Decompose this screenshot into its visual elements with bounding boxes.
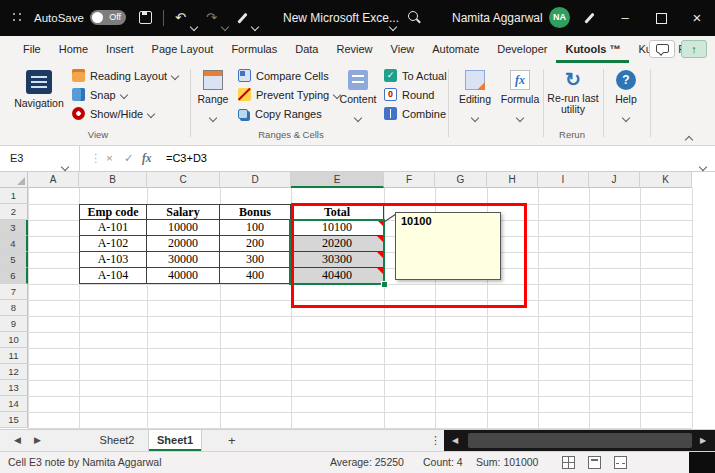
save-icon[interactable] [139,11,152,24]
next-sheet-icon[interactable]: ▶ [34,430,41,451]
horizontal-scrollbar-thumb[interactable] [468,433,692,448]
round-button[interactable]: Round [384,85,447,104]
undo-button[interactable]: ↶ [175,0,186,36]
row-header-14[interactable]: 14 [0,396,28,412]
rerun-last-utility-button[interactable]: ↻ Re-run last utility [546,65,600,127]
scroll-left-icon[interactable]: ◀ [452,430,458,451]
row-header-5[interactable]: 5 [0,252,28,268]
minimize-button[interactable]: – [607,0,643,36]
tab-developer[interactable]: Developer [488,36,556,63]
horizontal-scrollbar[interactable]: ◀ ▶ [444,430,715,451]
tab-home[interactable]: Home [50,36,97,63]
autosave-toggle[interactable]: Off [90,10,126,25]
row-header-7[interactable]: 7 [0,284,28,300]
row-header-1[interactable]: 1 [0,188,28,204]
content-button[interactable]: Content [334,65,382,127]
copy-ranges-button[interactable]: Copy Ranges [238,104,340,123]
row-header-13[interactable]: 13 [0,380,28,396]
tab-data[interactable]: Data [286,36,327,63]
cell-D3[interactable]: 100 [220,220,291,236]
previous-sheet-icon[interactable]: ◀ [14,430,21,451]
cell-B5[interactable]: A-103 [79,252,147,268]
column-header-G[interactable]: G [435,172,487,188]
column-header-H[interactable]: H [487,172,538,188]
combine-button[interactable]: Combine [384,104,447,123]
column-header-F[interactable]: F [384,172,435,188]
cell-D6[interactable]: 400 [220,268,291,284]
insert-function-icon[interactable]: fx [142,146,152,171]
cell-C5[interactable]: 30000 [147,252,220,268]
cell-E4[interactable]: 20200 [291,236,384,252]
tab-file[interactable]: File [14,36,50,63]
cell-D2[interactable]: Bonus [220,204,291,220]
tab-formulas[interactable]: Formulas [222,36,286,63]
formula-button[interactable]: fx Formula [498,65,542,127]
cell-E2[interactable]: Total [291,204,384,220]
row-header-2[interactable]: 2 [0,204,28,220]
navigation-button[interactable]: Navigation [8,65,70,127]
show-hide-button[interactable]: Show/Hide [72,104,178,123]
cell-B2[interactable]: Emp code [79,204,147,220]
sheet-tab-sheet2[interactable]: Sheet2 [86,430,148,451]
undo-menu-chevron-icon[interactable] [191,16,197,34]
row-header-8[interactable]: 8 [0,300,28,316]
title-menu-chevron-icon[interactable] [390,16,396,34]
tab-view[interactable]: View [382,36,424,63]
cell-E5[interactable]: 30300 [291,252,384,268]
tab-page-layout[interactable]: Page Layout [143,36,223,63]
column-header-C[interactable]: C [147,172,220,188]
redo-menu-chevron-icon[interactable] [222,16,228,34]
prevent-typing-button[interactable]: Prevent Typing [238,85,340,104]
name-box[interactable]: E3 [0,146,80,171]
cancel-formula-icon[interactable]: × [106,146,113,171]
normal-view-button[interactable] [562,456,575,469]
column-header-A[interactable]: A [28,172,79,188]
app-launcher-icon[interactable] [11,11,25,25]
column-header-I[interactable]: I [538,172,589,188]
reading-layout-button[interactable]: Reading Layout [72,66,178,85]
avatar[interactable]: NA [549,7,570,28]
column-header-B[interactable]: B [79,172,147,188]
cell-B6[interactable]: A-104 [79,268,147,284]
editing-button[interactable]: Editing [452,65,498,127]
sheet-tab-sheet1[interactable]: Sheet1 [148,430,202,451]
row-header-9[interactable]: 9 [0,316,28,332]
row-header-3[interactable]: 3 [0,220,28,236]
column-header-J[interactable]: J [589,172,640,188]
user-name[interactable]: Namita Aggarwal [452,0,543,36]
cell-B4[interactable]: A-102 [79,236,147,252]
new-sheet-button[interactable]: + [228,430,236,451]
cell-C3[interactable]: 10000 [147,220,220,236]
redo-button[interactable]: ↷ [206,0,217,36]
tab-review[interactable]: Review [327,36,381,63]
row-header-10[interactable]: 10 [0,332,28,348]
formula-input[interactable]: =C3+D3 [166,146,207,171]
column-header-K[interactable]: K [640,172,692,188]
share-button[interactable]: ↑ [681,40,707,58]
tab-help[interactable]: Help [709,36,715,63]
fill-handle[interactable] [381,281,388,288]
row-header-6[interactable]: 6 [0,268,28,284]
cell-C2[interactable]: Salary [147,204,220,220]
cell-B3[interactable]: A-101 [79,220,147,236]
row-header-4[interactable]: 4 [0,236,28,252]
cell-D4[interactable]: 200 [220,236,291,252]
page-layout-view-button[interactable] [588,456,601,469]
close-button[interactable]: × [679,0,715,36]
page-break-view-button[interactable] [614,456,627,469]
tab-kutools[interactable]: Kutools ™ [556,36,629,63]
to-actual-button[interactable]: To Actual [384,66,447,85]
row-header-11[interactable]: 11 [0,348,28,364]
tab-insert[interactable]: Insert [97,36,143,63]
collapse-ribbon-button[interactable] [686,129,692,147]
cell-D5[interactable]: 300 [220,252,291,268]
enter-formula-icon[interactable]: ✓ [124,146,134,171]
column-header-E[interactable]: E [291,172,384,188]
search-icon[interactable] [408,11,418,21]
select-all-corner[interactable] [0,172,28,188]
cell-C6[interactable]: 40000 [147,268,220,284]
scroll-right-icon[interactable]: ▶ [700,430,706,451]
row-header-15[interactable]: 15 [0,412,28,428]
pen-tool-icon[interactable] [237,13,247,24]
range-button[interactable]: Range [192,65,234,127]
